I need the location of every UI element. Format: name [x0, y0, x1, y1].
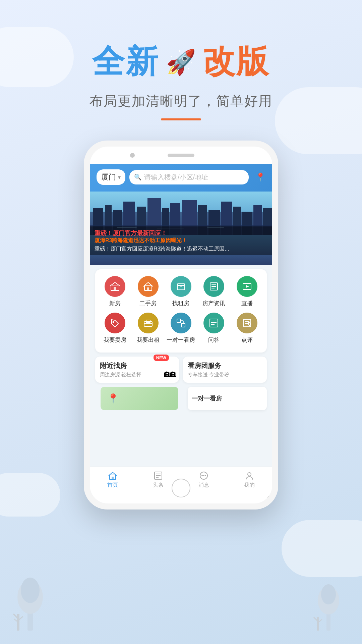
map-pin-icon: 📍	[107, 393, 119, 404]
headlines-nav-icon	[154, 471, 163, 480]
house-tour-title: 看房团服务	[188, 361, 262, 370]
bottom-nav: 首页 头条	[90, 467, 272, 503]
new-house-label: 新房	[109, 300, 121, 307]
icon-rent-out[interactable]: 我要出租	[131, 313, 164, 344]
icon-new-house[interactable]: 新房	[99, 276, 131, 307]
phone-camera	[130, 153, 135, 158]
icon-review[interactable]: 点评	[231, 313, 263, 344]
bottom-row: 📍 一对一看房	[95, 387, 267, 410]
one-on-one-card-title: 一对一看房	[192, 394, 222, 402]
review-label: 点评	[241, 336, 253, 344]
city-name: 厦门	[101, 172, 116, 182]
icon-news[interactable]: 房产资讯	[197, 276, 230, 307]
live-label: 直播	[241, 300, 253, 307]
second-house-icon-circle	[138, 276, 159, 297]
search-placeholder-text: 请输入楼盘/小区/地址	[144, 173, 208, 182]
sell-icon-circle	[105, 313, 125, 333]
chevron-down-icon: ▾	[118, 174, 121, 180]
svg-point-75	[205, 475, 206, 476]
phone-inner: 厦门 ▾ 🔍 请输入楼盘/小区/地址 📍	[90, 147, 272, 503]
one-on-one-icon-circle	[171, 313, 191, 333]
svg-rect-67	[112, 477, 114, 480]
sell-label: 我要卖房	[104, 336, 126, 344]
svg-rect-53	[177, 319, 181, 323]
one-on-one-card[interactable]: 一对一看房	[188, 387, 267, 410]
svg-point-74	[203, 475, 204, 476]
icon-qa[interactable]: 问答	[197, 313, 230, 344]
review-icon-circle	[237, 313, 257, 333]
icon-rental[interactable]: 找租房	[165, 276, 197, 307]
messages-nav-icon	[199, 471, 208, 480]
nav-headlines-label: 头条	[153, 482, 164, 489]
nearby-subtitle: 周边房源 轻松选择	[100, 372, 174, 378]
city-selector[interactable]: 厦门 ▾	[97, 169, 125, 185]
banner-area[interactable]: 重磅！厦门官方最新回应！ 厦漳R3跨海隧道迅迟不动工原因曝光！ 重磅！厦门官方回…	[90, 192, 272, 265]
svg-marker-48	[246, 285, 249, 288]
rental-label: 找租房	[172, 300, 189, 307]
live-icon-circle	[237, 276, 257, 297]
search-icon: 🔍	[134, 173, 141, 181]
nav-profile[interactable]: 我的	[227, 471, 272, 489]
second-house-label: 二手房	[139, 300, 157, 307]
house-tour-card[interactable]: 看房团服务 专车接送 专业带著 🏗	[183, 357, 267, 383]
map-area[interactable]: 📍	[101, 387, 178, 410]
location-icon[interactable]: 📍	[255, 172, 265, 182]
title-part2: 改版	[203, 40, 270, 84]
search-row: 厦门 ▾ 🔍 请输入楼盘/小区/地址 📍	[97, 169, 265, 185]
icon-one-on-one[interactable]: 一对一看房	[165, 313, 197, 344]
new-badge: NEW	[154, 355, 169, 361]
svg-point-2	[21, 578, 40, 603]
icon-sell[interactable]: 我要卖房	[99, 313, 131, 344]
svg-rect-42	[180, 287, 182, 290]
search-bar[interactable]: 🔍 请输入楼盘/小区/地址	[129, 170, 249, 184]
rent-out-label: 我要出租	[137, 336, 160, 344]
phone-wrapper: 厦门 ▾ 🔍 请输入楼盘/小区/地址 📍	[0, 141, 362, 509]
svg-point-49	[113, 321, 114, 323]
icons-card: 新房 二手房 找租房	[95, 269, 267, 353]
rental-icon-circle	[171, 276, 191, 297]
svg-point-9	[321, 584, 336, 604]
phone-notch	[90, 147, 272, 164]
bottom-section: NEW 附近找房 周边房源 轻松选择 🏘 看房团服务 专车接送 专业带著 🏗	[95, 357, 267, 383]
qa-label: 问答	[208, 336, 220, 344]
nearby-building-icon: 🏘	[164, 366, 176, 380]
nav-home-label: 首页	[107, 482, 118, 489]
house-tour-subtitle: 专车接送 专业带著	[188, 372, 262, 378]
svg-point-73	[201, 475, 203, 476]
banner-subtext: 厦漳R3跨海隧道迅迟不动工原因曝光！	[95, 237, 267, 244]
title-part1: 全新	[92, 40, 159, 84]
new-house-icon-circle	[105, 276, 125, 297]
nav-messages-label: 消息	[198, 482, 209, 489]
news-icon-circle	[203, 276, 224, 297]
home-nav-icon	[108, 471, 117, 480]
nav-profile-label: 我的	[244, 482, 255, 489]
profile-nav-icon	[245, 471, 254, 480]
svg-rect-10	[317, 617, 319, 631]
icons-row-2: 我要卖房 我要出租 一对一看房	[99, 313, 263, 344]
banner-ticker: 重磅！厦门官方回应厦漳R3跨海隧道！迅迟不动工原因...	[95, 246, 267, 253]
header-subtitle: 布局更加清晰明了，简单好用	[0, 92, 362, 110]
bg-cloud-4	[282, 520, 362, 577]
svg-rect-39	[147, 287, 149, 290]
phone-outer: 厦门 ▾ 🔍 请输入楼盘/小区/地址 📍	[84, 141, 278, 509]
icons-row-1: 新房 二手房 找租房	[99, 276, 263, 307]
nav-home[interactable]: 首页	[90, 471, 135, 489]
icon-live[interactable]: 直播	[231, 276, 263, 307]
banner-headline: 重磅！厦门官方最新回应！	[95, 229, 267, 237]
one-on-one-label: 一对一看房	[167, 336, 195, 344]
svg-rect-36	[114, 287, 116, 290]
news-label: 房产资讯	[202, 300, 225, 307]
app-header: 厦门 ▾ 🔍 请输入楼盘/小区/地址 📍	[90, 164, 272, 192]
header-title: 全新 🚀 改版	[0, 40, 362, 84]
bg-tree-right	[312, 570, 345, 631]
bg-tree-left	[10, 564, 50, 631]
qa-icon-circle	[203, 313, 224, 333]
icon-second-house[interactable]: 二手房	[131, 276, 164, 307]
nearby-card[interactable]: NEW 附近找房 周边房源 轻松选择 🏘	[95, 357, 179, 383]
svg-point-76	[248, 473, 251, 476]
phone-speaker	[168, 154, 194, 157]
rent-out-icon-circle	[138, 313, 159, 333]
home-button[interactable]	[172, 479, 190, 497]
banner-text-overlay: 重磅！厦门官方最新回应！ 厦漳R3跨海隧道迅迟不动工原因曝光！ 重磅！厦门官方回…	[90, 226, 272, 255]
nearby-title: 附近找房	[100, 361, 174, 370]
